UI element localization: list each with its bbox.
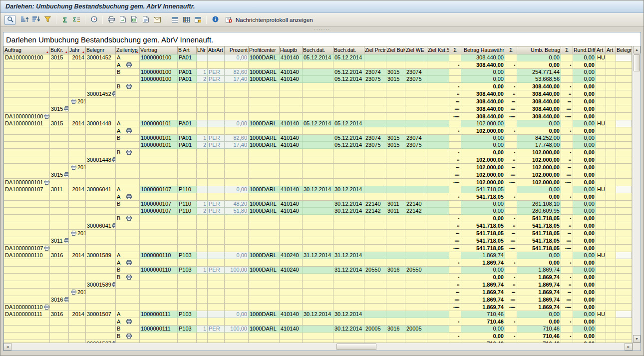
cell-art1[interactable] (596, 222, 606, 230)
cell-hauptb[interactable]: 410240 (280, 267, 303, 274)
cell-prozent[interactable] (225, 230, 249, 237)
cell-s3[interactable] (561, 267, 573, 274)
cell-hauptb[interactable]: 410140 (280, 76, 303, 83)
cell-zielwe[interactable] (405, 54, 427, 61)
cell-s3[interactable]: ▪ (561, 61, 573, 69)
cell-rund[interactable]: 0,00 (573, 215, 596, 222)
cell-belegnr2[interactable] (616, 245, 632, 252)
cell-art1[interactable] (596, 69, 606, 76)
cell-buchdat2[interactable]: 31.12.2014 (333, 252, 364, 259)
cell-rund[interactable]: 0,00 (573, 135, 596, 142)
cell-s3[interactable] (561, 54, 573, 61)
cell-bukr[interactable]: 3011 (50, 237, 69, 245)
cell-s2[interactable] (505, 311, 517, 318)
cell-buchdat1[interactable]: 31.12.2014 (303, 252, 333, 259)
cell-art1[interactable] (596, 90, 606, 98)
cell-s1[interactable]: ▪ (449, 259, 461, 267)
cell-zielwe[interactable] (405, 149, 427, 156)
cell-umb[interactable]: 0,00 (517, 120, 561, 127)
cell-umb[interactable]: 102.000,00 (517, 149, 561, 156)
cell-art1[interactable] (596, 201, 606, 208)
cell-s1[interactable]: ▪ (449, 215, 461, 222)
cell-profitcenter[interactable]: 1000DARL (249, 69, 280, 76)
cell-jahr[interactable] (69, 127, 86, 135)
cell-rund[interactable]: 0,00 (573, 274, 596, 281)
cell-art1[interactable] (596, 98, 606, 105)
cell-zielksts[interactable] (427, 193, 449, 201)
cell-s3[interactable]: ▪▪▪ (561, 164, 573, 171)
cell-zielprctr[interactable] (364, 171, 386, 179)
cell-jahr[interactable] (69, 215, 86, 222)
cell-zielbukr[interactable] (386, 54, 405, 61)
cell-profitcenter[interactable] (249, 296, 280, 304)
cell-zielbukr[interactable] (386, 61, 405, 69)
cell-betrag[interactable]: 0,00 (461, 333, 505, 340)
cell-zielwe[interactable] (405, 215, 427, 222)
cell-vertrag[interactable] (140, 237, 178, 245)
cell-zielwe[interactable] (405, 193, 427, 201)
cell-lnr[interactable] (197, 113, 208, 120)
cell-abrart[interactable] (208, 304, 225, 311)
cell-zielprctr[interactable] (364, 333, 386, 340)
message-log-button[interactable]: Nachrichtenprotokoll anzeigen (223, 15, 313, 25)
cell-hauptb[interactable] (280, 318, 303, 326)
cell-auftrag[interactable]: DA1000000111 (4, 311, 50, 318)
cell-zeilentyp[interactable]: B (116, 149, 140, 156)
cell-belegnr[interactable] (86, 61, 116, 69)
cell-zielbukr[interactable] (386, 237, 405, 245)
cell-betrag[interactable]: 102.000,00 (461, 171, 505, 179)
cell-s1[interactable]: ▪▪▪▪▪ (449, 245, 461, 252)
cell-profitcenter[interactable]: 1000DARL (249, 186, 280, 193)
cell-zielprctr[interactable] (364, 113, 386, 120)
cell-zeilentyp[interactable]: A (116, 259, 140, 267)
cell-abrart[interactable] (208, 237, 225, 245)
cell-art1[interactable] (596, 149, 606, 156)
cell-zielprctr[interactable] (364, 289, 386, 296)
cell-vertrag[interactable]: 1000000101 (140, 135, 178, 142)
cell-buchdat1[interactable] (303, 83, 333, 90)
cell-umb[interactable]: 541.718,05 (517, 215, 561, 222)
cell-auftrag[interactable] (4, 127, 50, 135)
cell-auftrag[interactable] (4, 201, 50, 208)
cell-hauptb[interactable] (280, 230, 303, 237)
column-header-buchdat2[interactable]: Buch.dat. (333, 46, 364, 54)
cell-zielwe[interactable] (405, 289, 427, 296)
subtotal-button[interactable]: Σ (71, 15, 82, 25)
cell-hauptb[interactable] (280, 90, 303, 98)
cell-bukr[interactable] (50, 304, 69, 311)
cell-prozent[interactable] (225, 179, 249, 186)
cell-auftrag[interactable] (4, 281, 50, 289)
cell-auftrag[interactable] (4, 289, 50, 296)
cell-s3[interactable]: ▪▪▪▪ (561, 171, 573, 179)
cell-bart[interactable] (178, 237, 197, 245)
cell-profitcenter[interactable]: 1000DARL (249, 54, 280, 61)
cell-lnr[interactable] (197, 311, 208, 318)
cell-bart[interactable] (178, 230, 197, 237)
cell-s3[interactable]: ▪ (561, 83, 573, 90)
cell-belegnr[interactable] (86, 76, 116, 83)
cell-zielbukr[interactable] (386, 289, 405, 296)
cell-vertrag[interactable]: 1000000107 (140, 208, 178, 215)
cell-umb[interactable]: 308.440,00 (517, 83, 561, 90)
cell-s3[interactable]: ▪▪▪▪▪ (561, 179, 573, 186)
cell-umb[interactable]: 102.000,00 (517, 171, 561, 179)
cell-zielprctr[interactable] (364, 54, 386, 61)
cell-profitcenter[interactable] (249, 127, 280, 135)
column-header-vertrag[interactable]: Vertrag (140, 46, 178, 54)
cell-zielksts[interactable] (427, 259, 449, 267)
cell-rund[interactable]: 0,00 (573, 171, 596, 179)
cell-hauptb[interactable] (280, 333, 303, 340)
cell-s1[interactable] (449, 76, 461, 83)
cell-lnr[interactable] (197, 179, 208, 186)
cell-betrag[interactable]: 308.440,00 (461, 105, 505, 113)
cell-art1[interactable]: HU (596, 186, 606, 193)
cell-zielbukr[interactable] (386, 120, 405, 127)
cell-belegnr[interactable]: 30001448 (86, 120, 116, 127)
cell-zielksts[interactable] (427, 274, 449, 281)
cell-buchdat2[interactable]: 30.12.2014 (333, 208, 364, 215)
cell-rund[interactable]: 0,00 (573, 237, 596, 245)
cell-s1[interactable]: ▪▪▪ (449, 164, 461, 171)
cell-buchdat1[interactable] (303, 156, 333, 164)
cell-bukr[interactable] (50, 222, 69, 230)
cell-zielprctr[interactable] (364, 274, 386, 281)
